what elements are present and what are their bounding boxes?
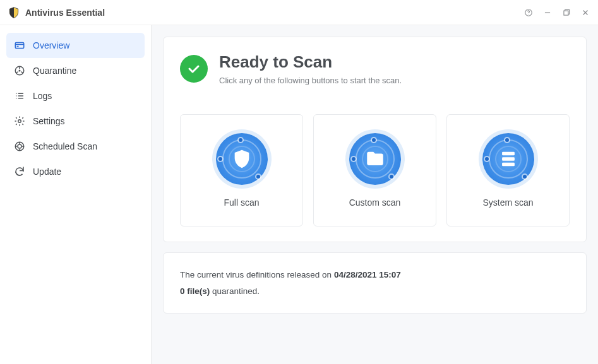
minimize-icon[interactable] xyxy=(542,8,553,18)
status-subtitle: Click any of the following buttons to st… xyxy=(219,76,402,85)
quarantine-count: 0 file(s) xyxy=(180,286,210,296)
info-card: The current virus definitions released o… xyxy=(163,252,587,314)
status-check-icon xyxy=(180,55,208,83)
sidebar-item-label: Settings xyxy=(33,116,65,126)
sidebar-item-label: Overview xyxy=(33,40,69,50)
full-scan-button[interactable]: Full scan xyxy=(180,114,303,226)
sidebar-item-label: Logs xyxy=(33,91,52,101)
svg-point-15 xyxy=(16,98,17,99)
svg-rect-8 xyxy=(17,46,19,47)
system-scan-button[interactable]: System scan xyxy=(446,114,570,226)
svg-rect-3 xyxy=(564,11,568,15)
definitions-date: 04/28/2021 15:07 xyxy=(334,270,401,279)
scan-label: System scan xyxy=(482,197,533,208)
app-title: Antivirus Essential xyxy=(25,8,105,18)
folder-icon xyxy=(349,133,401,185)
overview-icon xyxy=(14,40,25,51)
svg-rect-25 xyxy=(502,157,515,161)
definitions-prefix: The current virus definitions released o… xyxy=(180,270,334,279)
scan-label: Custom scan xyxy=(349,197,401,208)
quarantine-line: 0 file(s) quarantined. xyxy=(180,283,570,300)
sidebar-item-quarantine[interactable]: Quarantine xyxy=(6,58,145,83)
sidebar-item-label: Update xyxy=(33,167,61,177)
sidebar: Overview Quarantine Logs Settings xyxy=(0,25,152,364)
titlebar: Antivirus Essential xyxy=(0,0,598,25)
svg-point-17 xyxy=(18,120,21,123)
update-icon xyxy=(14,166,25,177)
sidebar-item-scheduled-scan[interactable]: Scheduled Scan xyxy=(6,134,145,159)
status-card: Ready to Scan Click any of the following… xyxy=(163,37,587,242)
sidebar-item-label: Quarantine xyxy=(33,66,76,76)
svg-rect-26 xyxy=(502,163,515,167)
svg-point-10 xyxy=(19,70,21,72)
sidebar-item-label: Scheduled Scan xyxy=(33,141,97,151)
sidebar-item-update[interactable]: Update xyxy=(6,159,145,184)
svg-rect-24 xyxy=(502,152,515,156)
sidebar-item-overview[interactable]: Overview xyxy=(6,33,145,58)
svg-point-13 xyxy=(16,95,17,97)
quarantine-icon xyxy=(14,65,25,76)
status-title: Ready to Scan xyxy=(219,52,402,72)
main-content: Ready to Scan Click any of the following… xyxy=(152,25,598,364)
definitions-line: The current virus definitions released o… xyxy=(180,267,570,283)
scheduled-icon xyxy=(14,141,25,152)
window-controls xyxy=(523,8,590,18)
logs-icon xyxy=(14,90,25,102)
app-shield-icon xyxy=(8,6,20,19)
sidebar-item-logs[interactable]: Logs xyxy=(6,83,145,109)
restore-icon[interactable] xyxy=(561,8,571,18)
app-window: Antivirus Essential Overview xyxy=(0,0,598,364)
scan-options: Full scan Custom scan xyxy=(180,114,570,226)
scan-label: Full scan xyxy=(224,197,259,208)
settings-icon xyxy=(14,115,25,127)
svg-point-19 xyxy=(18,144,21,148)
svg-rect-6 xyxy=(15,43,24,49)
shield-icon xyxy=(216,133,268,185)
sidebar-item-settings[interactable]: Settings xyxy=(6,109,145,134)
help-icon[interactable] xyxy=(523,8,534,18)
custom-scan-button[interactable]: Custom scan xyxy=(313,114,436,226)
svg-point-1 xyxy=(529,14,529,15)
svg-point-11 xyxy=(16,93,17,95)
server-icon xyxy=(482,133,534,185)
close-icon[interactable] xyxy=(580,8,590,18)
quarantine-suffix: quarantined. xyxy=(210,286,260,296)
